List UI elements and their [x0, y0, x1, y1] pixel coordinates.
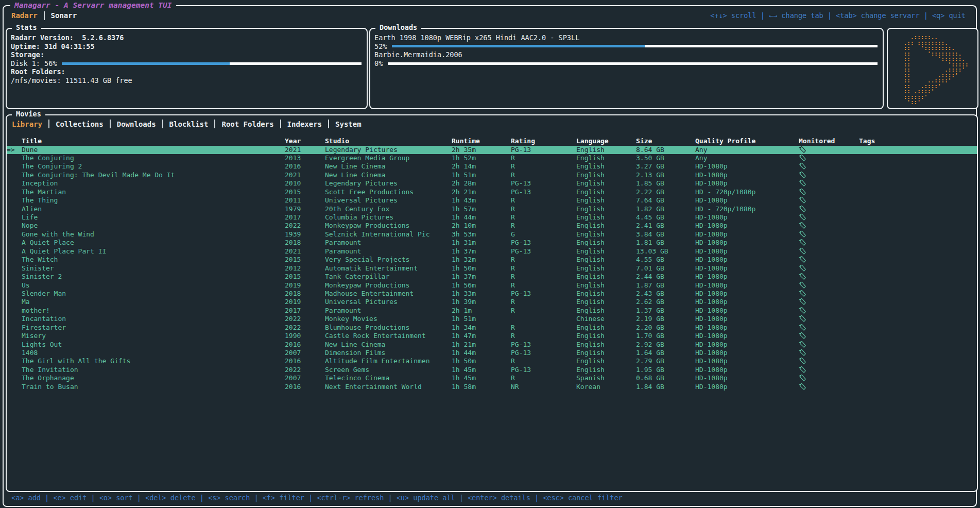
- cell-language: English: [576, 307, 636, 315]
- cell-year: 1939: [285, 230, 325, 239]
- table-row[interactable]: The Invitation2022Screen Gems1h 45mPG-13…: [7, 366, 977, 374]
- cell-marker: [7, 196, 22, 205]
- table-row[interactable]: Lights Out2016New Line Cinema1h 21mPG-13…: [7, 341, 977, 349]
- col-runtime: Runtime: [452, 137, 511, 145]
- table-row[interactable]: The Conjuring2013Evergreen Media Group1h…: [7, 154, 977, 162]
- tab-downloads[interactable]: Downloads: [117, 120, 156, 128]
- cell-language: Spanish: [576, 374, 636, 382]
- table-row[interactable]: A Quiet Place Part II2021Paramount1h 37m…: [7, 247, 977, 256]
- cell-quality-profile: Any: [695, 146, 799, 154]
- table-row[interactable]: Sinister2012Automatik Entertainment1h 50…: [7, 264, 977, 273]
- cell-rating: R: [511, 264, 576, 273]
- table-row[interactable]: Sinister 22015Tank Caterpillar1h 37mREng…: [7, 273, 977, 281]
- table-row[interactable]: The Conjuring 22016New Line Cinema2h 14m…: [7, 162, 977, 171]
- cell-language: English: [576, 230, 636, 239]
- cell-marker: [7, 341, 22, 349]
- cell-language: English: [576, 247, 636, 256]
- cell-quality-profile: HD - 720p/1080p: [695, 188, 799, 196]
- table-row[interactable]: The Martian2015Scott Free Productions2h …: [7, 188, 977, 196]
- cell-runtime: 3h 53m: [452, 230, 511, 239]
- monitored-tag-icon: [799, 357, 859, 365]
- table-row[interactable]: The Girl with All the Gifts2016Altitude …: [7, 357, 977, 365]
- cell-marker: =>: [7, 146, 22, 154]
- table-row[interactable]: The Conjuring: The Devil Made Me Do It20…: [7, 171, 977, 179]
- table-row[interactable]: The Witch2015Very Special Projects1h 32m…: [7, 256, 977, 264]
- table-row[interactable]: Nope2022Monkeypaw Productions2h 10mREngl…: [7, 222, 977, 230]
- cell-rating: [511, 315, 576, 323]
- cell-quality-profile: HD-1080p: [695, 298, 799, 306]
- table-row[interactable]: Train to Busan2016Next Entertainment Wor…: [7, 383, 977, 391]
- monitored-tag-icon: [799, 256, 859, 264]
- cell-size: 2.20 GB: [636, 324, 695, 332]
- monitored-tag-icon: [799, 349, 859, 357]
- servarr-tab-radarr[interactable]: Radarr: [11, 11, 38, 20]
- tab-indexers[interactable]: Indexers: [287, 120, 322, 128]
- tab-separator: [44, 11, 45, 20]
- cell-rating: PG-13: [511, 247, 576, 256]
- cell-quality-profile: HD-1080p: [695, 264, 799, 273]
- cell-tags: [859, 213, 977, 222]
- cell-tags: [859, 146, 977, 154]
- table-row[interactable]: Ma2019Universal Pictures1h 39mREnglish2.…: [7, 298, 977, 306]
- table-row[interactable]: The Thing2011Universal Pictures1h 43mREn…: [7, 196, 977, 205]
- table-row[interactable]: Alien197920th Century Fox1h 57mREnglish1…: [7, 205, 977, 213]
- cell-year: 2007: [285, 349, 325, 357]
- tab-library[interactable]: Library: [12, 120, 42, 128]
- col-rating: Rating: [511, 137, 576, 145]
- cell-rating: PG-13: [511, 146, 576, 154]
- col-title: Title: [22, 137, 285, 145]
- cell-tags: [859, 332, 977, 340]
- table-row[interactable]: mother!2017Paramount2h 1mREnglish1.37 GB…: [7, 307, 977, 315]
- cell-year: 1979: [285, 205, 325, 213]
- tab-collections[interactable]: Collections: [56, 120, 104, 128]
- cell-marker: [7, 222, 22, 230]
- cell-studio: Evergreen Media Group: [325, 154, 452, 162]
- cell-language: English: [576, 171, 636, 179]
- cell-runtime: 1h 43m: [452, 196, 511, 205]
- table-row[interactable]: Misery1990Castle Rock Entertainment1h 47…: [7, 332, 977, 340]
- cell-runtime: 1h 58m: [452, 383, 511, 391]
- table-row[interactable]: A Quiet Place2018Paramount1h 31mPG-13Eng…: [7, 239, 977, 247]
- cell-tags: [859, 383, 977, 391]
- cell-runtime: 1h 50m: [452, 357, 511, 365]
- cell-language: English: [576, 162, 636, 171]
- cell-quality-profile: HD-1080p: [695, 281, 799, 290]
- tab-separator: [328, 120, 329, 128]
- cell-title: A Quiet Place: [22, 239, 285, 247]
- table-row[interactable]: Life2017Columbia Pictures1h 44mREnglish4…: [7, 213, 977, 222]
- tab-root-folders[interactable]: Root Folders: [221, 120, 273, 128]
- table-row[interactable]: Gone with the Wind1939Selznick Internati…: [7, 230, 977, 239]
- tab-blocklist[interactable]: Blocklist: [169, 120, 209, 128]
- monitored-tag-icon: [799, 154, 859, 162]
- cell-size: 1.64 GB: [636, 349, 695, 357]
- cell-quality-profile: HD-1080p: [695, 239, 799, 247]
- servarr-tab-sonarr[interactable]: Sonarr: [51, 11, 77, 20]
- cell-quality-profile: HD-1080p: [695, 349, 799, 357]
- table-row[interactable]: Incantation2022Monkey Movies1h 51mChines…: [7, 315, 977, 323]
- app-window: Managarr - A Servarr management TUI Rada…: [0, 0, 980, 508]
- radarr-logo: .:::::.. .:: ::::::::. :: '::::::::. :: …: [897, 35, 968, 108]
- cell-tags: [859, 315, 977, 323]
- cell-tags: [859, 290, 977, 298]
- cell-title: 1408: [22, 349, 285, 357]
- table-row[interactable]: Inception2010Legendary Pictures2h 28mPG-…: [7, 179, 977, 188]
- cell-tags: [859, 239, 977, 247]
- tab-system[interactable]: System: [335, 120, 362, 128]
- bottom-keybindings: <a> add | <e> edit | <o> sort | <del> de…: [11, 494, 623, 502]
- cell-studio: Columbia Pictures: [325, 213, 452, 222]
- cell-runtime: 1h 51m: [452, 171, 511, 179]
- disk-progress-fill: [62, 62, 230, 65]
- table-row[interactable]: =>Dune2021Legendary Pictures2h 35mPG-13E…: [7, 146, 977, 154]
- table-row[interactable]: Slender Man2018Madhouse Entertainment1h …: [7, 290, 977, 298]
- cell-quality-profile: HD-1080p: [695, 230, 799, 239]
- col-monitored: Monitored: [799, 137, 859, 145]
- table-row[interactable]: Firestarter2022Blumhouse Productions1h 3…: [7, 324, 977, 332]
- monitored-tag-icon: [799, 324, 859, 332]
- cell-title: mother!: [22, 307, 285, 315]
- table-row[interactable]: Us2019Monkeypaw Productions1h 56mREnglis…: [7, 281, 977, 290]
- cell-size: 7.01 GB: [636, 264, 695, 273]
- table-row[interactable]: 14082007Dimension Films1h 44mPG-13Englis…: [7, 349, 977, 357]
- table-row[interactable]: The Orphanage2007Telecinco Cinema1h 45mR…: [7, 374, 977, 382]
- col-size: Size: [636, 137, 695, 145]
- cell-title: Dune: [22, 146, 285, 154]
